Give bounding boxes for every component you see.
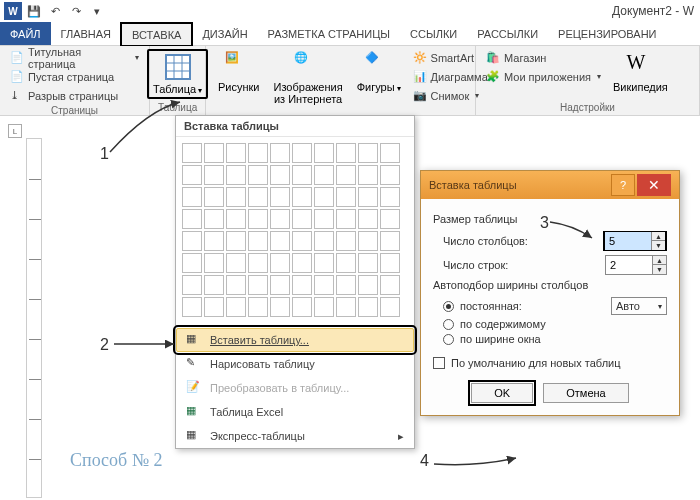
grid-cell[interactable] [226,209,246,229]
fixed-width-combo[interactable]: Авто▾ [611,297,667,315]
grid-cell[interactable] [336,297,356,317]
tab-file[interactable]: ФАЙЛ [0,22,51,45]
grid-cell[interactable] [248,187,268,207]
grid-cell[interactable] [314,297,334,317]
grid-cell[interactable] [270,165,290,185]
grid-cell[interactable] [226,165,246,185]
tab-references[interactable]: ССЫЛКИ [400,22,467,45]
grid-cell[interactable] [314,253,334,273]
columns-down[interactable]: ▼ [652,241,665,250]
my-apps-button[interactable]: 🧩Мои приложения▾ [484,68,603,85]
grid-cell[interactable] [292,143,312,163]
grid-cell[interactable] [204,187,224,207]
dialog-titlebar[interactable]: Вставка таблицы ? ✕ [421,171,679,199]
grid-cell[interactable] [380,187,400,207]
page-break-button[interactable]: ⤓Разрыв страницы [8,87,141,104]
grid-cell[interactable] [182,231,202,251]
grid-cell[interactable] [204,231,224,251]
grid-cell[interactable] [270,297,290,317]
insert-table-menu-item[interactable]: ▦Вставить таблицу... [176,328,414,352]
grid-cell[interactable] [336,209,356,229]
grid-cell[interactable] [336,275,356,295]
grid-cell[interactable] [182,165,202,185]
grid-cell[interactable] [314,275,334,295]
grid-cell[interactable] [380,143,400,163]
grid-cell[interactable] [358,297,378,317]
grid-cell[interactable] [292,209,312,229]
draw-table-menu-item[interactable]: ✎Нарисовать таблицу [176,352,414,376]
dialog-close-button[interactable]: ✕ [637,174,671,196]
grid-cell[interactable] [314,187,334,207]
grid-cell[interactable] [248,165,268,185]
autofit-window-row[interactable]: по ширине окна [443,333,667,345]
grid-cell[interactable] [270,275,290,295]
table-size-grid[interactable] [176,137,414,323]
columns-input[interactable] [605,232,651,250]
grid-cell[interactable] [204,143,224,163]
columns-up[interactable]: ▲ [652,232,665,241]
grid-cell[interactable] [314,165,334,185]
grid-cell[interactable] [292,275,312,295]
table-button[interactable]: Таблица▾ [147,49,208,99]
dialog-help-button[interactable]: ? [611,174,635,196]
grid-cell[interactable] [270,143,290,163]
autofit-window-radio[interactable] [443,334,454,345]
grid-cell[interactable] [358,231,378,251]
grid-cell[interactable] [204,253,224,273]
ok-button[interactable]: OK [471,383,533,403]
store-button[interactable]: 🛍️Магазин [484,49,603,66]
rows-input[interactable] [606,256,652,274]
rows-spinner[interactable]: ▲▼ [605,255,667,275]
shapes-button[interactable]: 🔷Фигуры▾ [353,49,405,95]
qat-customize-icon[interactable]: ▾ [88,2,106,20]
excel-table-menu-item[interactable]: ▦Таблица Excel [176,400,414,424]
tab-review[interactable]: РЕЦЕНЗИРОВАНИ [548,22,666,45]
grid-cell[interactable] [292,187,312,207]
wikipedia-button[interactable]: WВикипедия [609,49,672,95]
grid-cell[interactable] [358,209,378,229]
grid-cell[interactable] [226,187,246,207]
tab-layout[interactable]: РАЗМЕТКА СТРАНИЦЫ [258,22,400,45]
grid-cell[interactable] [204,297,224,317]
grid-cell[interactable] [270,231,290,251]
rows-down[interactable]: ▼ [653,265,666,274]
grid-cell[interactable] [358,143,378,163]
grid-cell[interactable] [336,187,356,207]
autofit-fixed-radio[interactable] [443,301,454,312]
grid-cell[interactable] [314,143,334,163]
grid-cell[interactable] [204,209,224,229]
grid-cell[interactable] [358,165,378,185]
qat-redo-icon[interactable]: ↷ [67,2,85,20]
remember-checkbox[interactable] [433,357,445,369]
grid-cell[interactable] [182,253,202,273]
grid-cell[interactable] [314,231,334,251]
grid-cell[interactable] [248,143,268,163]
grid-cell[interactable] [226,253,246,273]
grid-cell[interactable] [270,253,290,273]
grid-cell[interactable] [380,209,400,229]
tab-design[interactable]: ДИЗАЙН [192,22,257,45]
grid-cell[interactable] [380,275,400,295]
grid-cell[interactable] [380,165,400,185]
title-page-button[interactable]: 📄Титульная страница▾ [8,49,141,66]
grid-cell[interactable] [270,209,290,229]
grid-cell[interactable] [336,143,356,163]
grid-cell[interactable] [182,275,202,295]
grid-cell[interactable] [336,231,356,251]
grid-cell[interactable] [380,253,400,273]
grid-cell[interactable] [380,231,400,251]
tab-mailings[interactable]: РАССЫЛКИ [467,22,548,45]
grid-cell[interactable] [226,143,246,163]
grid-cell[interactable] [204,165,224,185]
grid-cell[interactable] [182,297,202,317]
grid-cell[interactable] [182,187,202,207]
grid-cell[interactable] [358,187,378,207]
grid-cell[interactable] [336,165,356,185]
grid-cell[interactable] [226,231,246,251]
grid-cell[interactable] [292,297,312,317]
blank-page-button[interactable]: 📄Пустая страница [8,68,141,85]
grid-cell[interactable] [292,165,312,185]
grid-cell[interactable] [314,209,334,229]
autofit-fixed-row[interactable]: постоянная: Авто▾ [443,297,667,315]
grid-cell[interactable] [204,275,224,295]
